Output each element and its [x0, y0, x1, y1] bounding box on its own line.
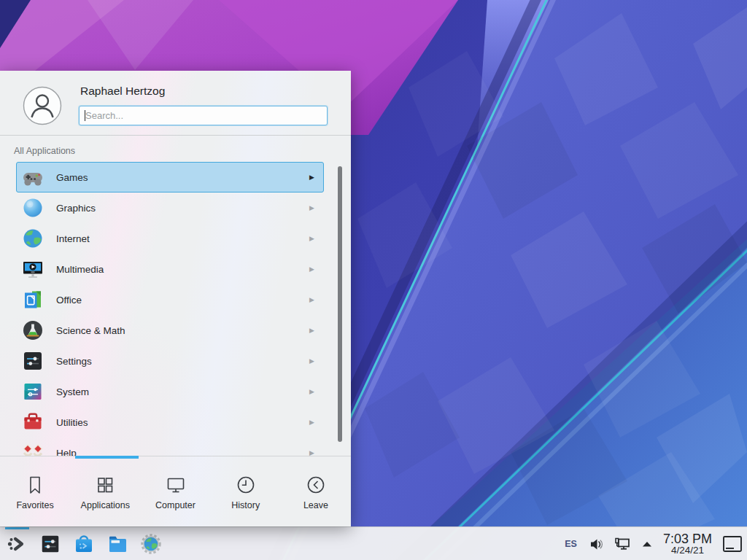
- volume-icon[interactable]: [589, 537, 604, 552]
- category-label: Help: [56, 448, 77, 456]
- leave-icon: [306, 475, 326, 495]
- category-label: Settings: [56, 356, 92, 367]
- sliders-dark-icon: [21, 349, 44, 373]
- system-sliders-icon: [21, 380, 44, 403]
- category-row-utilities[interactable]: Utilities ▶: [16, 407, 324, 438]
- help-buoy-icon: [21, 441, 44, 456]
- tab-leave[interactable]: Leave: [281, 459, 351, 526]
- settings-sliders-icon: [39, 533, 61, 555]
- expand-arrow-icon[interactable]: [641, 540, 653, 548]
- tab-label: Leave: [303, 500, 328, 510]
- app-launcher-button[interactable]: [0, 527, 34, 560]
- active-task-indicator: [5, 527, 29, 529]
- monitor-play-icon: [21, 257, 44, 281]
- submenu-arrow-icon: ▶: [309, 174, 314, 181]
- user-name: Raphael Hertzog: [80, 85, 165, 98]
- category-label: Science & Math: [56, 325, 125, 336]
- category-label: Games: [56, 172, 88, 183]
- submenu-arrow-icon: ▶: [309, 419, 314, 426]
- submenu-arrow-icon: ▶: [309, 296, 314, 303]
- toolbox-icon: [21, 411, 44, 434]
- network-icon[interactable]: [614, 537, 631, 552]
- submenu-arrow-icon: ▶: [309, 388, 314, 395]
- category-row-settings[interactable]: Settings ▶: [16, 346, 324, 376]
- documents-icon: [21, 288, 44, 311]
- clock-date: 4/24/21: [663, 545, 712, 556]
- section-label: All Applications: [14, 146, 75, 156]
- category-row-internet[interactable]: Internet ▶: [16, 223, 324, 254]
- globe-gear-icon: [140, 533, 162, 555]
- category-row-multimedia[interactable]: Multimedia ▶: [16, 254, 324, 284]
- category-label: Multimedia: [56, 264, 104, 275]
- category-list: Games ▶ Graphics ▶ Internet ▶: [0, 162, 351, 456]
- file-manager-button[interactable]: [101, 527, 134, 560]
- web-browser-button[interactable]: [134, 527, 168, 560]
- computer-icon: [166, 475, 186, 495]
- show-desktop-icon: [722, 535, 743, 553]
- submenu-arrow-icon: ▶: [309, 265, 314, 273]
- submenu-arrow-icon: ▶: [309, 357, 314, 365]
- sphere-icon: [21, 196, 44, 219]
- clock-time: 7:03 PM: [663, 532, 712, 546]
- launcher-header: Raphael Hertzog: [0, 71, 351, 135]
- launcher-tab-bar: Favorites Applications Computer: [0, 459, 351, 526]
- category-label: Office: [56, 295, 82, 306]
- category-label: Internet: [56, 233, 90, 244]
- tab-label: Favorites: [16, 500, 53, 510]
- discover-bag-icon: [73, 533, 95, 555]
- tab-label: History: [231, 500, 260, 510]
- category-row-help[interactable]: Help ▶: [16, 438, 324, 456]
- folder-icon: [107, 533, 128, 555]
- taskbar: ES 7:03 PM 4/24/2: [0, 526, 747, 560]
- category-row-office[interactable]: Office ▶: [16, 284, 324, 315]
- tab-history[interactable]: History: [211, 459, 281, 526]
- footer-separator: [0, 456, 351, 456]
- tab-computer[interactable]: Computer: [140, 459, 210, 526]
- category-label: System: [56, 386, 89, 397]
- tab-favorites[interactable]: Favorites: [0, 459, 70, 526]
- submenu-arrow-icon: ▶: [309, 204, 314, 211]
- system-settings-button[interactable]: [34, 527, 67, 560]
- tab-applications[interactable]: Applications: [70, 459, 140, 526]
- taskbar-launchers: [0, 527, 168, 560]
- search-input[interactable]: [80, 106, 327, 125]
- category-row-system[interactable]: System ▶: [16, 376, 324, 407]
- user-icon: [23, 86, 62, 125]
- discover-button[interactable]: [67, 527, 101, 560]
- submenu-arrow-icon: ▶: [309, 449, 314, 456]
- header-separator: [0, 135, 351, 136]
- category-label: Utilities: [56, 417, 88, 428]
- bookmark-icon: [25, 475, 45, 495]
- submenu-arrow-icon: ▶: [309, 327, 314, 334]
- kickoff-icon: [6, 533, 28, 555]
- application-launcher-panel: Raphael Hertzog All Applications Games ▶: [0, 71, 351, 526]
- gamepad-icon: [21, 166, 44, 189]
- text-caret: [85, 110, 85, 121]
- system-tray: ES 7:03 PM 4/24/2: [565, 527, 747, 560]
- tab-label: Computer: [155, 500, 196, 510]
- show-desktop-button[interactable]: [721, 529, 744, 559]
- grid-icon: [95, 475, 115, 495]
- category-row-science-math[interactable]: Science & Math ▶: [16, 315, 324, 346]
- user-avatar[interactable]: [23, 86, 62, 125]
- globe-icon: [21, 227, 44, 250]
- scrollbar-thumb[interactable]: [338, 166, 342, 442]
- flask-icon: [21, 319, 44, 342]
- category-row-graphics[interactable]: Graphics ▶: [16, 192, 324, 223]
- keyboard-layout-badge[interactable]: ES: [565, 539, 577, 549]
- submenu-arrow-icon: ▶: [309, 235, 314, 242]
- clock-icon: [236, 475, 256, 495]
- search-field-wrap[interactable]: [79, 106, 328, 125]
- tab-label: Applications: [81, 500, 130, 510]
- category-label: Graphics: [56, 203, 96, 214]
- category-row-games[interactable]: Games ▶: [16, 162, 324, 192]
- digital-clock[interactable]: 7:03 PM 4/24/21: [663, 532, 712, 556]
